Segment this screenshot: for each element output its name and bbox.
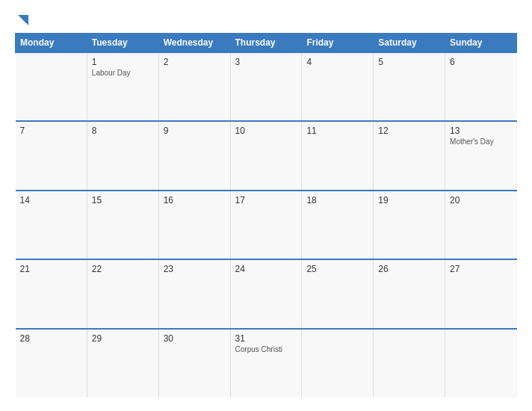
calendar-week-row: 1Labour Day23456 xyxy=(16,52,517,121)
day-number: 14 xyxy=(20,195,82,206)
calendar-table: MondayTuesdayWednesdayThursdayFridaySatu… xyxy=(15,33,517,398)
calendar-header-tuesday: Tuesday xyxy=(87,34,158,53)
calendar-header-thursday: Thursday xyxy=(230,34,302,53)
calendar-cell: 18 xyxy=(302,191,374,259)
day-number: 26 xyxy=(378,264,440,274)
calendar-cell: 15 xyxy=(87,191,158,259)
day-number: 18 xyxy=(306,195,368,206)
calendar-cell: 29 xyxy=(87,329,158,398)
calendar-cell: 17 xyxy=(230,191,302,259)
day-number: 7 xyxy=(20,126,82,136)
day-number: 6 xyxy=(450,57,512,67)
calendar-cell: 6 xyxy=(445,52,517,121)
day-number: 25 xyxy=(306,264,368,274)
day-number: 29 xyxy=(92,333,154,344)
calendar-cell: 21 xyxy=(16,259,87,328)
logo xyxy=(15,13,30,27)
day-number: 13 xyxy=(450,126,512,136)
calendar-cell: 23 xyxy=(158,259,230,328)
holiday-name: Mother's Day xyxy=(450,137,512,146)
calendar-week-row: 78910111213Mother's Day xyxy=(16,121,517,190)
calendar-cell: 10 xyxy=(230,121,302,190)
calendar-cell: 7 xyxy=(16,121,87,190)
calendar-header-wednesday: Wednesday xyxy=(158,34,230,53)
calendar-header-friday: Friday xyxy=(302,34,374,53)
calendar-cell: 13Mother's Day xyxy=(445,121,517,190)
holiday-name: Labour Day xyxy=(92,69,154,77)
day-number: 8 xyxy=(92,126,154,136)
calendar-cell: 14 xyxy=(16,191,87,259)
calendar-cell: 4 xyxy=(302,52,374,121)
day-number: 21 xyxy=(20,264,82,274)
calendar-cell: 25 xyxy=(302,259,374,328)
day-number: 27 xyxy=(450,264,512,274)
calendar-cell: 24 xyxy=(230,259,302,328)
calendar-cell: 2 xyxy=(158,52,230,121)
calendar-cell xyxy=(16,52,87,121)
day-number: 23 xyxy=(164,264,226,274)
day-number: 11 xyxy=(306,126,368,136)
calendar-cell: 16 xyxy=(158,191,230,259)
calendar-cell: 1Labour Day xyxy=(87,52,158,121)
calendar-header-sunday: Sunday xyxy=(445,34,517,53)
day-number: 22 xyxy=(92,264,154,274)
calendar-cell: 30 xyxy=(158,329,230,398)
day-number: 10 xyxy=(235,126,297,136)
calendar-cell: 28 xyxy=(16,329,87,398)
calendar-cell: 3 xyxy=(230,52,302,121)
holiday-name: Corpus Christi xyxy=(235,345,297,353)
calendar-cell xyxy=(302,329,374,398)
day-number: 19 xyxy=(378,195,440,206)
calendar-cell xyxy=(445,329,517,398)
calendar-header-monday: Monday xyxy=(16,34,87,53)
calendar-header-saturday: Saturday xyxy=(374,34,445,53)
calendar-week-row: 14151617181920 xyxy=(16,191,517,259)
calendar-cell: 11 xyxy=(302,121,374,190)
calendar-week-row: 28293031Corpus Christi xyxy=(16,329,517,398)
day-number: 2 xyxy=(164,57,226,67)
day-number: 24 xyxy=(235,264,297,274)
day-number: 17 xyxy=(235,195,297,206)
day-number: 5 xyxy=(378,57,440,67)
calendar-cell: 20 xyxy=(445,191,517,259)
day-number: 4 xyxy=(306,57,368,67)
calendar-cell: 26 xyxy=(374,259,445,328)
calendar-header-row: MondayTuesdayWednesdayThursdayFridaySatu… xyxy=(16,34,517,53)
calendar-cell: 5 xyxy=(374,52,445,121)
calendar-week-row: 21222324252627 xyxy=(16,259,517,328)
day-number: 12 xyxy=(378,126,440,136)
calendar-cell: 12 xyxy=(374,121,445,190)
day-number: 1 xyxy=(92,57,154,67)
svg-marker-0 xyxy=(18,15,28,25)
day-number: 16 xyxy=(164,195,226,206)
calendar-cell: 8 xyxy=(87,121,158,190)
calendar-cell: 19 xyxy=(374,191,445,259)
page-header xyxy=(15,13,517,27)
logo-flag-icon xyxy=(16,13,30,27)
day-number: 20 xyxy=(450,195,512,206)
day-number: 3 xyxy=(235,57,297,67)
calendar-cell: 9 xyxy=(158,121,230,190)
calendar-cell: 27 xyxy=(445,259,517,328)
day-number: 15 xyxy=(92,195,154,206)
day-number: 28 xyxy=(20,333,82,344)
calendar-cell xyxy=(374,329,445,398)
calendar-cell: 31Corpus Christi xyxy=(230,329,302,398)
day-number: 30 xyxy=(164,333,226,344)
day-number: 9 xyxy=(164,126,226,136)
calendar-cell: 22 xyxy=(87,259,158,328)
day-number: 31 xyxy=(235,333,297,344)
